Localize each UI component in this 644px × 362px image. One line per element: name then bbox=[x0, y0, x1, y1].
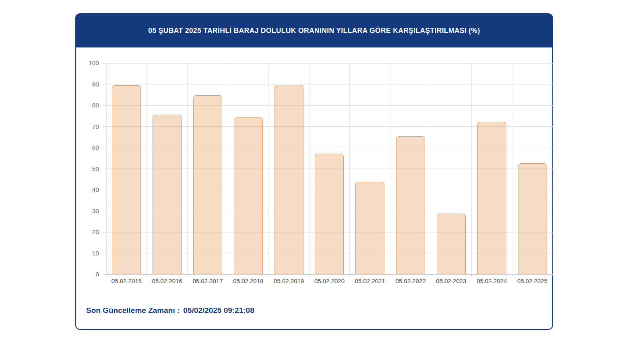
y-tick-label: 60 bbox=[76, 144, 99, 151]
x-tick-mark bbox=[147, 274, 147, 277]
x-tick-mark bbox=[309, 274, 310, 277]
bar-cell bbox=[512, 63, 553, 274]
bar-05.02.2020[interactable] bbox=[315, 154, 344, 274]
y-tick-label: 10 bbox=[76, 250, 99, 257]
bar-05.02.2018[interactable] bbox=[234, 117, 263, 274]
x-tick-label: 05.02.2016 bbox=[147, 278, 188, 286]
bar-05.02.2015[interactable] bbox=[112, 85, 141, 274]
bar-05.02.2025[interactable] bbox=[518, 163, 547, 274]
bar-05.02.2019[interactable] bbox=[275, 85, 303, 274]
bar-05.02.2024[interactable] bbox=[477, 122, 506, 274]
x-tick-mark bbox=[228, 274, 228, 277]
bar-05.02.2021[interactable] bbox=[355, 182, 384, 274]
y-tick-label: 30 bbox=[76, 208, 99, 215]
x-tick-mark bbox=[512, 274, 512, 277]
x-tick-mark bbox=[349, 274, 350, 277]
bar-cell bbox=[188, 63, 228, 274]
x-tick-label: 05.02.2024 bbox=[471, 278, 512, 286]
last-update: Son Güncelleme Zamanı : 05/02/2025 09:21… bbox=[86, 306, 254, 315]
x-tick-label: 05.02.2021 bbox=[350, 278, 390, 286]
x-tick-label: 05.02.2018 bbox=[228, 278, 268, 286]
last-update-value: 05/02/2025 09:21:08 bbox=[183, 306, 254, 315]
y-tick-label: 90 bbox=[76, 81, 99, 88]
bar-05.02.2016[interactable] bbox=[153, 115, 182, 274]
x-tick-label: 05.02.2025 bbox=[512, 278, 553, 286]
x-tick-label: 05.02.2023 bbox=[431, 278, 472, 286]
x-tick-label: 05.02.2020 bbox=[309, 278, 350, 286]
bar-05.02.2022[interactable] bbox=[396, 136, 425, 274]
dam-occupancy-card: 05 ŞUBAT 2025 TARİHLİ BARAJ DOLULUK ORAN… bbox=[75, 13, 553, 330]
y-tick-label: 0 bbox=[76, 271, 99, 278]
bar-cell bbox=[431, 63, 472, 274]
x-tick-label: 05.02.2017 bbox=[188, 278, 228, 286]
bar-cell bbox=[471, 63, 512, 274]
y-axis: 0102030405060708090100 bbox=[76, 63, 103, 274]
x-tick-mark bbox=[268, 274, 269, 277]
bar-cell bbox=[390, 63, 431, 274]
chart-title: 05 ŞUBAT 2025 TARİHLİ BARAJ DOLULUK ORAN… bbox=[148, 27, 480, 35]
card-header: 05 ŞUBAT 2025 TARİHLİ BARAJ DOLULUK ORAN… bbox=[76, 14, 553, 47]
bar-cell bbox=[268, 63, 309, 274]
bar-cell bbox=[147, 63, 188, 274]
x-tick-mark bbox=[553, 274, 553, 277]
y-tick-label: 50 bbox=[76, 165, 99, 173]
x-axis: 05.02.201505.02.201605.02.201705.02.2018… bbox=[106, 278, 553, 286]
bar-cell bbox=[309, 63, 350, 274]
x-tick-mark bbox=[471, 274, 472, 277]
x-tick-mark bbox=[187, 274, 188, 277]
y-tick-label: 20 bbox=[76, 228, 99, 236]
bar-cell bbox=[350, 63, 390, 274]
bar-05.02.2017[interactable] bbox=[193, 95, 222, 274]
bar-cell bbox=[228, 63, 268, 274]
bar-05.02.2023[interactable] bbox=[437, 214, 466, 274]
x-tick-mark bbox=[431, 274, 431, 277]
y-tick-label: 70 bbox=[76, 123, 99, 130]
last-update-label: Son Güncelleme Zamanı : bbox=[86, 306, 180, 315]
x-tick-mark bbox=[390, 274, 390, 277]
x-tick-mark bbox=[106, 274, 107, 277]
bar-cell bbox=[106, 63, 147, 274]
x-tick-label: 05.02.2019 bbox=[268, 278, 309, 286]
y-tick-label: 80 bbox=[76, 102, 99, 109]
y-tick-label: 100 bbox=[76, 60, 99, 67]
x-tick-label: 05.02.2015 bbox=[106, 278, 147, 286]
y-tick-label: 40 bbox=[76, 186, 99, 193]
x-tick-label: 05.02.2022 bbox=[390, 278, 431, 286]
plot-area bbox=[106, 63, 553, 274]
